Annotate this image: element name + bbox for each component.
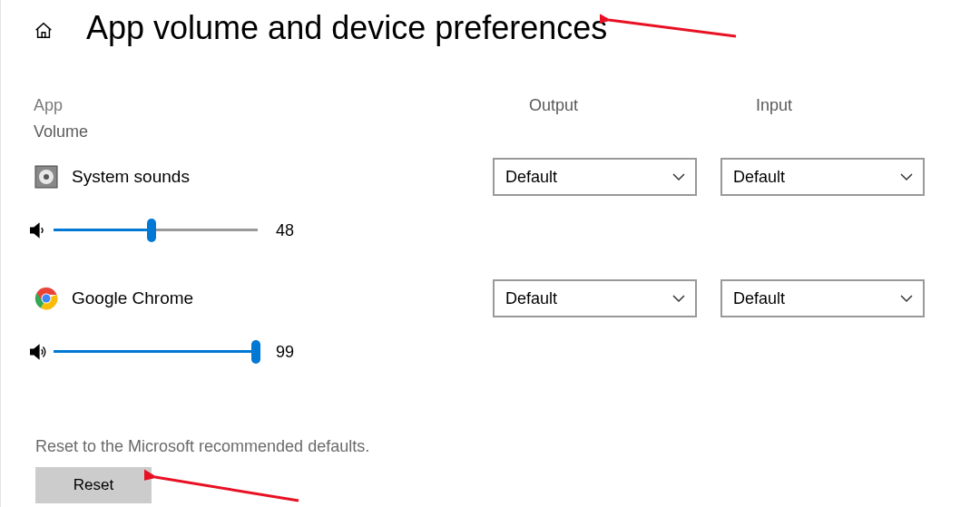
dropdown-value: Default: [733, 168, 785, 187]
chevron-down-icon: [671, 170, 686, 184]
volume-slider[interactable]: [54, 339, 258, 365]
dropdown-value: Default: [505, 168, 557, 187]
chevron-down-icon: [671, 291, 686, 306]
output-device-dropdown[interactable]: Default: [493, 279, 697, 317]
chevron-down-icon: [899, 291, 914, 306]
volume-slider-row: 48: [1, 218, 980, 243]
system-sounds-icon: [34, 164, 59, 190]
column-header-input: Input: [756, 96, 792, 115]
app-name-label: Google Chrome: [72, 288, 493, 308]
volume-slider-row: 99: [1, 339, 980, 365]
column-header-app: App: [34, 96, 529, 115]
annotation-arrow-icon: [144, 463, 308, 506]
app-name-label: System sounds: [72, 167, 493, 187]
reset-description: Reset to the Microsoft recommended defau…: [1, 437, 980, 456]
app-row: Google Chrome Default Default: [1, 279, 980, 317]
dropdown-value: Default: [505, 289, 557, 308]
volume-value: 99: [276, 343, 294, 362]
column-header-volume: Volume: [1, 122, 980, 141]
chevron-down-icon: [899, 170, 914, 184]
output-device-dropdown[interactable]: Default: [493, 158, 697, 196]
app-row: System sounds Default Default: [1, 158, 980, 196]
svg-point-2: [44, 174, 49, 180]
chrome-icon: [34, 286, 59, 311]
svg-line-9: [155, 477, 299, 501]
volume-slider[interactable]: [54, 218, 258, 243]
home-icon[interactable]: [34, 21, 54, 41]
speaker-icon[interactable]: [28, 220, 48, 240]
input-device-dropdown[interactable]: Default: [720, 158, 925, 196]
page-title: App volume and device preferences: [86, 9, 607, 47]
svg-point-5: [43, 295, 51, 303]
dropdown-value: Default: [733, 289, 785, 308]
column-header-output: Output: [529, 96, 756, 115]
input-device-dropdown[interactable]: Default: [720, 279, 925, 317]
reset-button[interactable]: Reset: [35, 467, 152, 503]
speaker-icon[interactable]: [28, 342, 48, 362]
volume-value: 48: [276, 221, 294, 240]
